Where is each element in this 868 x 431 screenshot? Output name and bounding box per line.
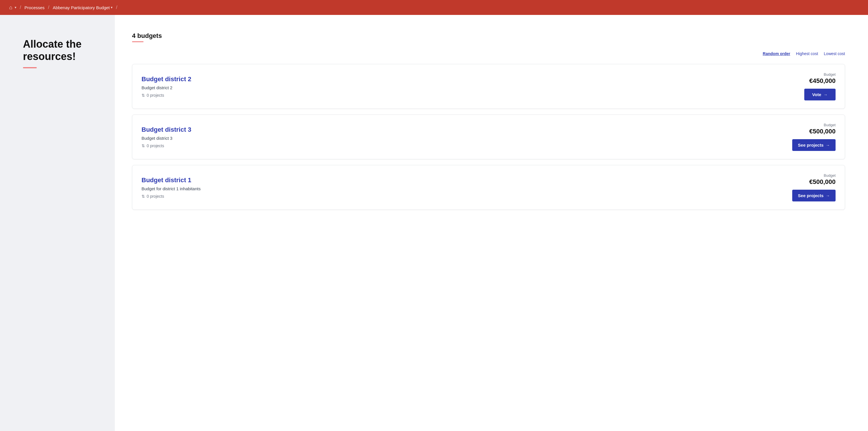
card-left-district-3: Budget district 3 Budget district 3 ⇅ 0 … xyxy=(142,126,784,148)
card-projects-count-district-2: 0 projects xyxy=(147,93,164,98)
home-chevron-icon[interactable]: ▾ xyxy=(14,5,17,9)
nav-processes-link[interactable]: Processes xyxy=(24,5,44,10)
card-subtitle-district-1: Budget for district 1 inhabitants xyxy=(142,186,784,191)
vote-button-district-2[interactable]: Vote → xyxy=(804,89,836,100)
budget-card-district-2: Budget district 2 Budget district 2 ⇅ 0 … xyxy=(132,64,845,109)
budget-amount-district-1: €500,000 xyxy=(809,178,836,186)
sort-lowest-link[interactable]: Lowest cost xyxy=(824,51,845,56)
nav-separator-1: / xyxy=(20,5,21,10)
budget-info-district-1: Budget €500,000 xyxy=(809,173,836,186)
card-right-district-1: Budget €500,000 See projects → xyxy=(784,173,836,202)
budget-card-district-3: Budget district 3 Budget district 3 ⇅ 0 … xyxy=(132,115,845,159)
budget-amount-district-2: €450,000 xyxy=(809,77,836,85)
sidebar: Allocate the resources! xyxy=(0,15,115,431)
navbar: ⌂ ▾ / Processes / Abbenay Participatory … xyxy=(0,0,868,15)
vote-arrow-icon-district-2: → xyxy=(824,92,828,97)
card-projects-count-district-3: 0 projects xyxy=(147,144,164,148)
card-right-district-2: Budget €450,000 Vote → xyxy=(784,72,836,100)
budget-label-district-2: Budget xyxy=(809,72,836,76)
card-projects-count-district-1: 0 projects xyxy=(147,194,164,198)
projects-icon-district-2: ⇅ xyxy=(142,93,145,98)
sort-controls: Random order Highest cost Lowest cost xyxy=(132,51,845,56)
see-projects-button-district-1[interactable]: See projects → xyxy=(792,190,836,202)
card-projects-district-2: ⇅ 0 projects xyxy=(142,93,784,98)
see-projects-button-district-3[interactable]: See projects → xyxy=(792,139,836,151)
card-right-district-3: Budget €500,000 See projects → xyxy=(784,123,836,151)
vote-button-label-district-2: Vote xyxy=(812,92,821,97)
card-projects-district-3: ⇅ 0 projects xyxy=(142,144,784,148)
see-projects-arrow-icon-district-3: → xyxy=(826,143,830,148)
budget-info-district-2: Budget €450,000 xyxy=(809,72,836,85)
card-subtitle-district-2: Budget district 2 xyxy=(142,85,784,90)
budget-cards-list: Budget district 2 Budget district 2 ⇅ 0 … xyxy=(132,64,845,210)
card-left-district-2: Budget district 2 Budget district 2 ⇅ 0 … xyxy=(142,75,784,98)
nav-separator-3: / xyxy=(116,5,117,10)
card-subtitle-district-3: Budget district 3 xyxy=(142,136,784,141)
budgets-title-underline xyxy=(132,41,144,42)
content-area: 4 budgets Random order Highest cost Lowe… xyxy=(115,15,868,431)
sort-highest-link[interactable]: Highest cost xyxy=(796,51,818,56)
see-projects-label-district-3: See projects xyxy=(798,143,824,148)
projects-icon-district-1: ⇅ xyxy=(142,194,145,198)
nav-budget-link[interactable]: Abbenay Participatory Budget xyxy=(53,5,110,10)
budget-label-district-1: Budget xyxy=(809,173,836,178)
budget-amount-district-3: €500,000 xyxy=(809,128,836,135)
home-icon[interactable]: ⌂ xyxy=(9,5,12,11)
sidebar-title-underline xyxy=(23,67,37,68)
projects-icon-district-3: ⇅ xyxy=(142,144,145,148)
sidebar-title: Allocate the resources! xyxy=(23,38,98,63)
budget-info-district-3: Budget €500,000 xyxy=(809,123,836,135)
card-left-district-1: Budget district 1 Budget for district 1 … xyxy=(142,177,784,198)
card-title-district-2[interactable]: Budget district 2 xyxy=(142,75,784,83)
card-title-district-1[interactable]: Budget district 1 xyxy=(142,177,784,184)
budget-card-district-1: Budget district 1 Budget for district 1 … xyxy=(132,165,845,210)
budgets-header: 4 budgets xyxy=(132,32,845,42)
see-projects-arrow-icon-district-1: → xyxy=(826,193,830,198)
card-projects-district-1: ⇅ 0 projects xyxy=(142,194,784,198)
main-layout: Allocate the resources! 4 budgets Random… xyxy=(0,15,868,431)
budget-label-district-3: Budget xyxy=(809,123,836,127)
card-title-district-3[interactable]: Budget district 3 xyxy=(142,126,784,133)
see-projects-label-district-1: See projects xyxy=(798,193,824,198)
budget-chevron-icon[interactable]: ▾ xyxy=(111,5,113,9)
nav-separator-2: / xyxy=(48,5,49,10)
budgets-count-title: 4 budgets xyxy=(132,32,845,40)
sort-random-link[interactable]: Random order xyxy=(763,51,790,56)
